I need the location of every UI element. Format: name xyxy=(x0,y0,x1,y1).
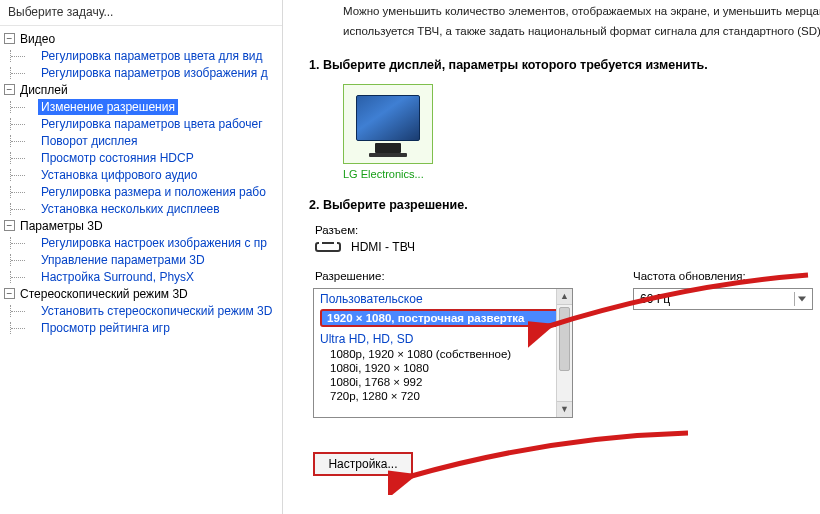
tree-item[interactable]: Регулировка параметров цвета рабочег xyxy=(38,116,266,132)
tree-cat-display[interactable]: Дисплей xyxy=(17,82,71,98)
task-sidebar: Выберите задачу... − Видео Регулировка п… xyxy=(0,0,283,514)
resolution-listbox[interactable]: Пользовательское 1920 × 1080, построчная… xyxy=(313,288,573,418)
description-text: используется ТВЧ, а также задать национа… xyxy=(303,20,820,40)
tree-item[interactable]: Регулировка параметров цвета для вид xyxy=(38,48,265,64)
monitor-label: LG Electronics... xyxy=(343,168,820,180)
resolution-option[interactable]: 1080p, 1920 × 1080 (собственное) xyxy=(314,347,572,361)
task-tree: − Видео Регулировка параметров цвета для… xyxy=(0,26,282,336)
step1-title: 1. Выберите дисплей, параметры которого … xyxy=(309,58,820,72)
connector-value: HDMI - ТВЧ xyxy=(351,240,415,254)
main-content: Можно уменьшить количество элементов, от… xyxy=(283,0,820,514)
refresh-value: 60 Гц xyxy=(640,292,670,306)
tree-item[interactable]: Регулировка размера и положения рабо xyxy=(38,184,269,200)
resolution-option[interactable]: 1080i, 1920 × 1080 xyxy=(314,361,572,375)
description-text: Можно уменьшить количество элементов, от… xyxy=(303,0,820,20)
scroll-up-icon[interactable]: ▲ xyxy=(557,289,572,305)
tree-item[interactable]: Просмотр состояния HDCP xyxy=(38,150,197,166)
tree-item[interactable]: Установить стереоскопический режим 3D xyxy=(38,303,275,319)
tree-cat-stereo[interactable]: Стереоскопический режим 3D xyxy=(17,286,191,302)
res-group-custom: Пользовательское xyxy=(314,289,572,307)
step2-title: 2. Выберите разрешение. xyxy=(309,198,820,212)
resolution-label: Разрешение: xyxy=(315,270,593,282)
tree-toggle-icon[interactable]: − xyxy=(4,288,15,299)
sidebar-title: Выберите задачу... xyxy=(0,0,282,26)
tree-toggle-icon[interactable]: − xyxy=(4,84,15,95)
tree-item[interactable]: Установка нескольких дисплеев xyxy=(38,201,223,217)
resolution-option[interactable]: 1080i, 1768 × 992 xyxy=(314,375,572,389)
tree-toggle-icon[interactable]: − xyxy=(4,33,15,44)
refresh-label: Частота обновления: xyxy=(633,270,813,282)
hdmi-icon xyxy=(315,242,341,252)
tree-item[interactable]: Регулировка параметров изображения д xyxy=(38,65,271,81)
tree-item[interactable]: Управление параметрами 3D xyxy=(38,252,208,268)
tree-item-change-resolution[interactable]: Изменение разрешения xyxy=(38,99,178,115)
tree-item[interactable]: Настройка Surround, PhysX xyxy=(38,269,197,285)
scroll-down-icon[interactable]: ▼ xyxy=(557,401,572,417)
connector-label: Разъем: xyxy=(315,224,820,236)
tree-item[interactable]: Поворот дисплея xyxy=(38,133,141,149)
refresh-rate-select[interactable]: 60 Гц xyxy=(633,288,813,310)
tree-item[interactable]: Просмотр рейтинга игр xyxy=(38,320,173,336)
settings-button[interactable]: Настройка... xyxy=(313,452,413,476)
chevron-down-icon xyxy=(794,292,808,306)
monitor-icon xyxy=(343,84,433,164)
resolution-selected[interactable]: 1920 × 1080, построчная развертка xyxy=(320,309,566,327)
listbox-scrollbar[interactable]: ▲ ▼ xyxy=(556,289,572,417)
resolution-option[interactable]: 720p, 1280 × 720 xyxy=(314,389,572,403)
tree-item[interactable]: Установка цифрового аудио xyxy=(38,167,200,183)
scroll-thumb[interactable] xyxy=(559,307,570,371)
tree-item[interactable]: Регулировка настроек изображения с пр xyxy=(38,235,270,251)
res-group-hd: Ultra HD, HD, SD xyxy=(314,329,572,347)
tree-cat-3d[interactable]: Параметры 3D xyxy=(17,218,106,234)
tree-toggle-icon[interactable]: − xyxy=(4,220,15,231)
monitor-selector[interactable]: LG Electronics... xyxy=(343,84,820,180)
tree-cat-video[interactable]: Видео xyxy=(17,31,58,47)
